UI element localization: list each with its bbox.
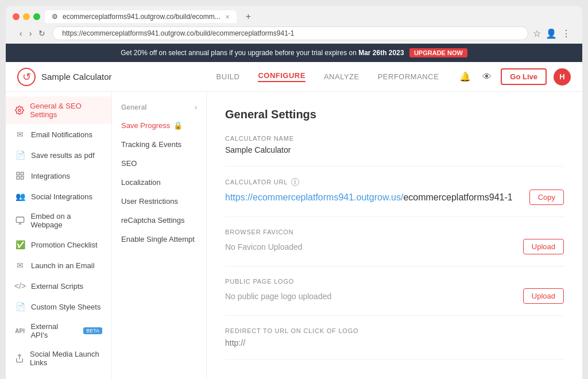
stylesheet-icon: 📄 (15, 301, 25, 312)
email-icon: ✉ (15, 129, 25, 140)
code-icon: </> (15, 281, 25, 291)
calculator-name-label: CALCULATOR NAME (225, 135, 564, 142)
eye-icon[interactable]: 👁 (480, 69, 494, 84)
nav-analyze[interactable]: ANALYZE (324, 72, 359, 81)
sidebar-label: Save results as pdf (31, 151, 95, 160)
promo-date: Mar 26th 2023 (358, 49, 404, 57)
sidebar-item-launch-email[interactable]: ✉ Launch in an Email (6, 255, 111, 276)
calculator-url-label: CALCULATOR URL i (225, 178, 564, 186)
sidebar-recaptcha[interactable]: reCaptcha Settings (112, 211, 206, 230)
redirect-url-field: REDIRECT TO URL ON CLICK OF LOGO (225, 327, 564, 360)
sidebar-left: General & SEO Settings ✉ Email Notificat… (6, 92, 112, 379)
spiral-icon: ↺ (22, 71, 31, 83)
sidebar-label: Email Notifications (31, 130, 92, 139)
svg-rect-5 (16, 217, 24, 222)
favicon-label: BROWSER FAVICON (225, 229, 564, 235)
avatar[interactable]: H (554, 68, 571, 86)
url-path: ecommerceplatforms941-1 (403, 192, 512, 202)
traffic-light-green[interactable] (33, 13, 40, 20)
sidebar-item-promotion[interactable]: ✅ Promotion Checklist (6, 234, 111, 255)
sidebar-item-social-integrations[interactable]: 👥 Social Integrations (6, 186, 111, 207)
redirect-label: REDIRECT TO URL ON CLICK OF LOGO (225, 327, 564, 334)
redirect-url-input[interactable] (225, 338, 564, 347)
public-logo-label: PUBLIC PAGE LOGO (225, 278, 564, 285)
public-logo-value: No public page logo uploaded (225, 292, 331, 301)
bookmark-icon[interactable]: ☆ (533, 28, 541, 39)
sidebar-label: Integrations (31, 172, 70, 180)
browser-favicon-field: BROWSER FAVICON No Favicon Uploaded Uplo… (225, 229, 564, 266)
sidebar-item-integrations[interactable]: Integrations (6, 165, 111, 186)
sidebar-user-restrictions[interactable]: User Restrictions (112, 192, 206, 211)
sidebar-label: Social Media Launch Links (30, 350, 102, 367)
sidebar-secondary: General › Save Progress 🔒 Tracking & Eve… (112, 92, 207, 379)
url-info-icon[interactable]: i (291, 178, 299, 186)
sidebar-label: External Scripts (31, 282, 83, 291)
main-layout: General & SEO Settings ✉ Email Notificat… (6, 92, 582, 379)
section-title: General Settings (225, 108, 564, 121)
nav-performance[interactable]: PERFORMANCE (378, 72, 439, 81)
sidebar-item-external-scripts[interactable]: </> External Scripts (6, 276, 111, 296)
forward-button[interactable]: › (27, 28, 34, 39)
secondary-sidebar-title: General › (112, 99, 206, 116)
sidebar-localization[interactable]: Localization (112, 173, 206, 192)
sidebar-label: General & SEO Settings (30, 102, 102, 119)
sidebar-item-apis[interactable]: API External API's BETA (6, 317, 111, 345)
tab-close-icon[interactable]: ✕ (225, 14, 230, 20)
sidebar-tracking-events[interactable]: Tracking & Events (112, 135, 206, 154)
lock-icon: 🔒 (173, 121, 183, 130)
sidebar-single-attempt[interactable]: Enable Single Attempt (112, 230, 206, 249)
sidebar-item-stylesheets[interactable]: 📄 Custom Style Sheets (6, 296, 111, 317)
settings-icon (15, 105, 24, 115)
copy-url-button[interactable]: Copy (529, 190, 564, 205)
menu-icon[interactable]: ⋮ (562, 28, 571, 39)
chevron-right-icon: › (195, 103, 197, 111)
public-logo-row: No public page logo uploaded Upload (225, 288, 564, 304)
logo: ↺ Sample Calculator (17, 68, 112, 86)
calculator-name-value: Sample Calculator (225, 145, 564, 154)
tab-title: ecommerceplatforms941.outgrow.co/build/e… (63, 13, 220, 21)
sidebar-seo[interactable]: SEO (112, 154, 206, 173)
favicon-value: No Favicon Uploaded (225, 242, 303, 252)
social-launch-icon (15, 353, 24, 363)
pdf-icon: 📄 (15, 150, 25, 160)
traffic-light-yellow[interactable] (23, 13, 30, 20)
nav-build[interactable]: BUILD (216, 72, 240, 81)
top-navigation: ↺ Sample Calculator BUILD CONFIGURE ANAL… (6, 62, 582, 92)
url-domain: https://ecommerceplatforms941.outgrow.us… (225, 192, 403, 202)
sidebar-item-email[interactable]: ✉ Email Notifications (6, 124, 111, 145)
sidebar-item-pdf[interactable]: 📄 Save results as pdf (6, 145, 111, 165)
upgrade-now-button[interactable]: UPGRADE NOW (409, 48, 467, 57)
traffic-light-red[interactable] (13, 13, 20, 20)
svg-point-0 (18, 109, 21, 111)
beta-badge: BETA (83, 327, 102, 334)
api-icon: API (15, 326, 25, 336)
app-name: Sample Calculator (41, 72, 112, 82)
upload-favicon-button[interactable]: Upload (523, 239, 564, 254)
checklist-icon: ✅ (15, 239, 25, 250)
bell-icon[interactable]: 🔔 (457, 69, 473, 84)
sidebar-item-embed[interactable]: Embed on a Webpage (6, 207, 111, 234)
save-progress-item[interactable]: Save Progress 🔒 (112, 116, 206, 135)
go-live-button[interactable]: Go Live (501, 68, 547, 85)
back-button[interactable]: ‹ (17, 28, 25, 39)
browser-tab[interactable]: ⚙ ecommerceplatforms941.outgrow.co/build… (45, 10, 237, 23)
svg-rect-1 (17, 172, 20, 175)
new-tab-button[interactable]: + (241, 10, 256, 23)
profile-icon[interactable]: 👤 (546, 28, 557, 39)
refresh-button[interactable]: ↻ (36, 28, 48, 39)
sidebar-item-general-seo[interactable]: General & SEO Settings (6, 96, 111, 124)
tab-icon: ⚙ (52, 13, 58, 21)
sidebar-label: Promotion Checklist (31, 241, 98, 249)
favicon-row: No Favicon Uploaded Upload (225, 239, 564, 254)
nav-configure[interactable]: CONFIGURE (258, 71, 305, 82)
sidebar-item-social-launch[interactable]: Social Media Launch Links (6, 345, 111, 372)
outgrow-branding-toggle-row: Outgrow Branding (225, 372, 564, 379)
sidebar-label: Custom Style Sheets (31, 303, 100, 311)
upload-logo-button[interactable]: Upload (523, 288, 564, 304)
sidebar-label: External API's (30, 322, 75, 339)
launch-email-icon: ✉ (15, 260, 25, 270)
svg-rect-2 (21, 172, 24, 175)
address-bar[interactable]: https://ecommerceplatforms941.outgrow.co… (52, 26, 528, 40)
sidebar-label: Social Integrations (31, 192, 92, 201)
promo-bar: Get 20% off on select annual plans if yo… (6, 44, 582, 62)
